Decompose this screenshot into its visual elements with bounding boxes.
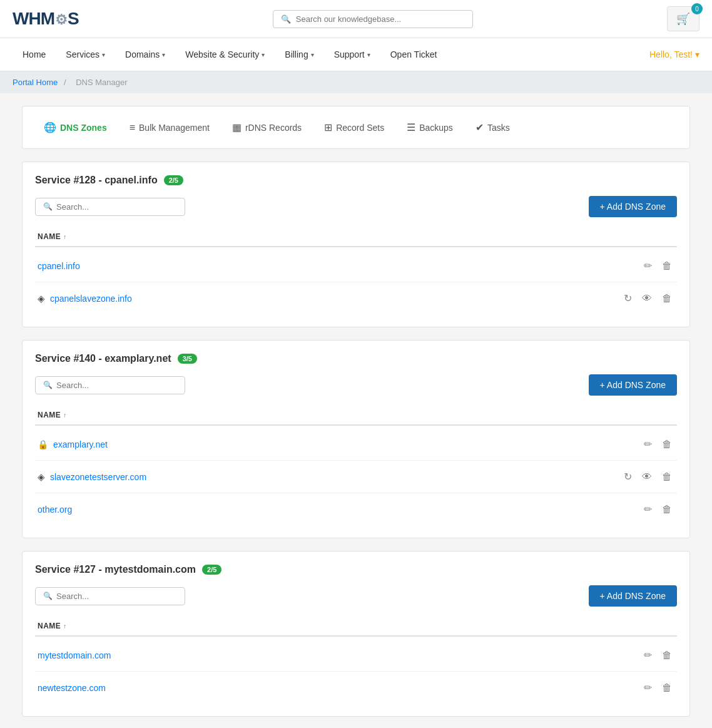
dns-zone-link[interactable]: other.org xyxy=(38,505,72,515)
nav-item-home[interactable]: Home xyxy=(13,38,56,71)
chevron-down-icon: ▾ xyxy=(162,51,165,58)
main-nav: Home Services ▾ Domains ▾ Website & Secu… xyxy=(0,38,712,71)
table-row: other.org ✏ 🗑 xyxy=(35,493,677,525)
grid-icon: ▦ xyxy=(232,121,242,133)
table-header-127: NAME ↑ xyxy=(35,617,677,637)
slave-zone-icon: ◈ xyxy=(38,293,45,304)
service-header-140: Service #140 - examplary.net 3/5 xyxy=(35,353,677,364)
chevron-down-icon: ▾ xyxy=(102,51,105,58)
service-card-140: Service #140 - examplary.net 3/5 🔍 + Add… xyxy=(22,340,690,538)
delete-button[interactable]: 🗑 xyxy=(659,436,674,453)
dns-zone-link[interactable]: ◈ cpanelslavezone.info xyxy=(38,293,132,304)
search-input-127[interactable] xyxy=(56,592,177,601)
chevron-down-icon: ▾ xyxy=(311,51,314,58)
cart-badge: 0 xyxy=(691,3,703,14)
search-input-140[interactable] xyxy=(56,381,177,390)
delete-button[interactable]: 🗑 xyxy=(659,647,674,664)
row-actions: ↻ 👁 🗑 xyxy=(621,290,674,307)
service-card-127: Service #127 - mytestdomain.com 2/5 🔍 + … xyxy=(22,551,690,717)
tab-record-sets[interactable]: ⊞ Record Sets xyxy=(315,116,393,138)
search-row-128: 🔍 + Add DNS Zone xyxy=(35,196,677,217)
edit-button[interactable]: ✏ xyxy=(641,647,654,664)
sort-icon: ↑ xyxy=(63,412,67,419)
search-wrap-128: 🔍 xyxy=(35,198,185,216)
search-row-140: 🔍 + Add DNS Zone xyxy=(35,374,677,396)
row-actions: ✏ 🗑 xyxy=(641,501,674,518)
column-name-label: NAME ↑ xyxy=(38,622,67,630)
chevron-down-icon: ▾ xyxy=(367,51,370,58)
table-row: ◈ cpanelslavezone.info ↻ 👁 🗑 xyxy=(35,282,677,314)
row-actions: ✏ 🗑 xyxy=(641,257,674,274)
delete-button[interactable]: 🗑 xyxy=(659,469,674,485)
service-card-128: Service #128 - cpanel.info 2/5 🔍 + Add D… xyxy=(22,161,690,327)
search-row-127: 🔍 + Add DNS Zone xyxy=(35,585,677,607)
column-name-label: NAME ↑ xyxy=(38,232,67,241)
breadcrumb-current: DNS Manager xyxy=(76,78,127,87)
row-actions: ✏ 🗑 xyxy=(641,679,674,696)
nav-item-billing[interactable]: Billing ▾ xyxy=(275,38,323,71)
row-actions: ✏ 🗑 xyxy=(641,647,674,664)
table-header-128: NAME ↑ xyxy=(35,227,677,247)
dns-zone-link[interactable]: 🔒 examplary.net xyxy=(38,439,108,449)
dns-zone-link[interactable]: newtestzone.com xyxy=(38,683,106,693)
dns-zone-link[interactable]: mytestdomain.com xyxy=(38,650,111,660)
hello-user[interactable]: Hello, Test! ▾ xyxy=(649,38,699,71)
tab-backups[interactable]: ☰ Backups xyxy=(398,116,462,138)
search-icon: 🔍 xyxy=(43,202,53,211)
view-button[interactable]: 👁 xyxy=(639,290,654,307)
breadcrumb: Portal Home / DNS Manager xyxy=(0,71,712,93)
service-title-140: Service #140 - examplary.net xyxy=(35,353,171,364)
row-actions: ↻ 👁 🗑 xyxy=(621,468,674,485)
service-badge-128: 2/5 xyxy=(164,175,183,185)
row-actions: ✏ 🗑 xyxy=(641,436,674,453)
edit-button[interactable]: ✏ xyxy=(641,257,654,274)
nav-item-services[interactable]: Services ▾ xyxy=(56,38,115,71)
breadcrumb-portal-home[interactable]: Portal Home xyxy=(13,78,58,87)
add-dns-zone-button-140[interactable]: + Add DNS Zone xyxy=(589,374,677,396)
tab-tasks[interactable]: ✔ Tasks xyxy=(467,116,519,138)
add-dns-zone-button-128[interactable]: + Add DNS Zone xyxy=(589,196,677,217)
nav-item-domains[interactable]: Domains ▾ xyxy=(115,38,175,71)
search-input-128[interactable] xyxy=(56,202,177,212)
knowledgebase-search-input[interactable] xyxy=(296,14,465,24)
tasks-icon: ✔ xyxy=(476,121,484,133)
logo-text: WHM⚙S xyxy=(13,9,79,29)
backups-icon: ☰ xyxy=(407,121,415,133)
delete-button[interactable]: 🗑 xyxy=(659,290,674,307)
cart-button[interactable]: 🛒 0 xyxy=(667,6,699,31)
nav-item-open-ticket[interactable]: Open Ticket xyxy=(380,38,447,71)
service-title-127: Service #127 - mytestdomain.com xyxy=(35,564,196,575)
list-icon: ≡ xyxy=(130,122,135,133)
globe-icon: 🌐 xyxy=(44,121,56,133)
service-badge-140: 3/5 xyxy=(178,354,197,364)
delete-button[interactable]: 🗑 xyxy=(659,680,674,696)
service-header-128: Service #128 - cpanel.info 2/5 xyxy=(35,175,677,186)
column-name-label: NAME ↑ xyxy=(38,411,67,419)
main-content: 🌐 DNS Zones ≡ Bulk Management ▦ rDNS Rec… xyxy=(12,106,700,717)
search-icon: 🔍 xyxy=(43,381,53,389)
delete-button[interactable]: 🗑 xyxy=(659,501,674,518)
dns-zone-link[interactable]: cpanel.info xyxy=(38,261,80,271)
delete-button[interactable]: 🗑 xyxy=(659,258,674,274)
table-row: 🔒 examplary.net ✏ 🗑 xyxy=(35,428,677,461)
search-wrap-127: 🔍 xyxy=(35,587,185,605)
refresh-button[interactable]: ↻ xyxy=(621,468,634,485)
table-row: ◈ slavezonetestserver.com ↻ 👁 🗑 xyxy=(35,461,677,493)
tab-dns-zones[interactable]: 🌐 DNS Zones xyxy=(35,116,116,138)
add-dns-zone-button-127[interactable]: + Add DNS Zone xyxy=(589,585,677,607)
top-header: WHM⚙S 🔍 🛒 0 xyxy=(0,0,712,38)
tab-bulk-management[interactable]: ≡ Bulk Management xyxy=(121,117,218,138)
view-button[interactable]: 👁 xyxy=(639,469,654,485)
breadcrumb-separator: / xyxy=(64,78,66,87)
nav-item-website-security[interactable]: Website & Security ▾ xyxy=(175,38,275,71)
edit-button[interactable]: ✏ xyxy=(641,436,654,453)
tab-rdns-records[interactable]: ▦ rDNS Records xyxy=(223,116,310,138)
chevron-down-icon: ▾ xyxy=(262,51,265,58)
edit-button[interactable]: ✏ xyxy=(641,501,654,518)
refresh-button[interactable]: ↻ xyxy=(621,290,634,307)
edit-button[interactable]: ✏ xyxy=(641,679,654,696)
dns-zone-link[interactable]: ◈ slavezonetestserver.com xyxy=(38,471,146,483)
nav-item-support[interactable]: Support ▾ xyxy=(324,38,380,71)
service-badge-127: 2/5 xyxy=(202,565,221,575)
table-row: mytestdomain.com ✏ 🗑 xyxy=(35,639,677,672)
